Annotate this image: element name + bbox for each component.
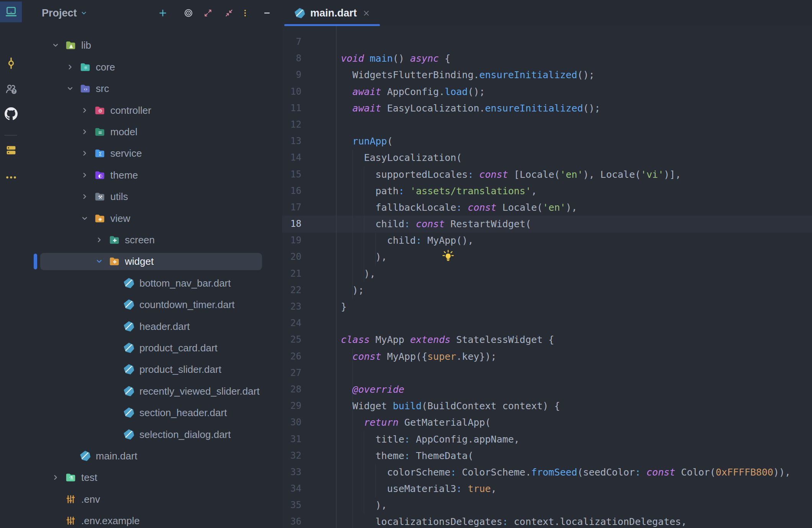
line-number[interactable]: 9 bbox=[282, 67, 301, 83]
folder-lib-icon: ▲ bbox=[65, 40, 76, 51]
line-number[interactable]: 10 bbox=[282, 84, 301, 100]
line-number[interactable]: 20 bbox=[282, 249, 301, 265]
tree-item-widget[interactable]: ❖widget bbox=[22, 251, 282, 272]
activity-divider bbox=[4, 135, 17, 136]
tree-item-header-dart[interactable]: header.dart bbox=[22, 315, 282, 337]
svg-text:⚛: ⚛ bbox=[83, 65, 88, 71]
chevron-right-icon[interactable] bbox=[80, 106, 89, 115]
database-toolwindow-button[interactable] bbox=[0, 141, 22, 160]
line-number[interactable]: 27 bbox=[282, 365, 301, 381]
chevron-down-icon[interactable] bbox=[80, 214, 89, 223]
line-number[interactable]: 14 bbox=[282, 149, 301, 166]
code-line-22: 22 ); bbox=[282, 282, 812, 298]
tree-item-countdown-timer-dart[interactable]: countdown_timer.dart bbox=[22, 294, 282, 316]
line-number[interactable]: 17 bbox=[282, 199, 301, 216]
tree-item-label: screen bbox=[125, 234, 155, 246]
line-number[interactable]: 18 bbox=[282, 216, 301, 232]
tree-item-label: model bbox=[110, 126, 138, 138]
line-number[interactable]: 28 bbox=[282, 381, 301, 398]
tree-item-label: product_card.dart bbox=[139, 342, 218, 354]
tree-item-utils[interactable]: ⚒utils bbox=[22, 186, 282, 208]
line-number[interactable]: 21 bbox=[282, 266, 301, 282]
tree-item-view[interactable]: ◈view bbox=[22, 207, 282, 229]
github-icon bbox=[5, 107, 18, 120]
env-file-icon bbox=[65, 515, 76, 526]
line-number[interactable]: 25 bbox=[282, 331, 301, 348]
code-editor-text[interactable]: 78void main() async {9 WidgetsFlutterBin… bbox=[282, 34, 812, 528]
chevron-right-icon[interactable] bbox=[80, 192, 89, 201]
tree-item--env[interactable]: .env bbox=[22, 488, 282, 510]
github-button[interactable] bbox=[0, 104, 22, 123]
line-number[interactable]: 31 bbox=[282, 431, 301, 448]
folder-utils-icon: ⚒ bbox=[94, 191, 105, 202]
tree-item-controller[interactable]: ⚙controller bbox=[22, 99, 282, 121]
code-line-20: 20 ), bbox=[282, 249, 812, 265]
tree-item-label: countdown_timer.dart bbox=[139, 299, 235, 311]
close-icon[interactable] bbox=[362, 9, 371, 18]
tree-item-label: bottom_nav_bar.dart bbox=[139, 277, 231, 289]
tree-item-model[interactable]: ≡model bbox=[22, 121, 282, 143]
tree-item-product-card-dart[interactable]: product_card.dart bbox=[22, 337, 282, 359]
tree-item-label: view bbox=[110, 212, 130, 224]
tab-main-dart[interactable]: main.dart bbox=[284, 0, 380, 26]
chevron-down-icon[interactable] bbox=[51, 41, 60, 49]
device-toolwindow-button[interactable] bbox=[0, 2, 22, 22]
chevron-down-icon[interactable] bbox=[95, 257, 103, 266]
selected-row-accent bbox=[34, 254, 37, 269]
tree-item--env-example[interactable]: .env.example bbox=[22, 510, 282, 528]
line-number[interactable]: 22 bbox=[282, 282, 301, 298]
line-number[interactable]: 24 bbox=[282, 315, 301, 331]
tree-item-bottom-nav-bar-dart[interactable]: bottom_nav_bar.dart bbox=[22, 272, 282, 294]
code-line-15: 15 supportedLocales: const [Locale('en')… bbox=[282, 166, 812, 183]
code-line-30: 30 return GetMaterialApp( bbox=[282, 414, 812, 431]
tree-item-product-slider-dart[interactable]: product_slider.dart bbox=[22, 359, 282, 380]
tree-item-selection-dialog-dart[interactable]: selection_dialog.dart bbox=[22, 423, 282, 445]
editor-area[interactable]: main.dart 78void main() async {9 Widgets… bbox=[282, 0, 812, 528]
commit-toolwindow-button[interactable] bbox=[0, 54, 22, 73]
line-number[interactable]: 35 bbox=[282, 497, 301, 513]
tree-item-recently-viewed-slider-dart[interactable]: recently_viewed_slider.dart bbox=[22, 380, 282, 402]
chevron-right-icon[interactable] bbox=[66, 63, 74, 71]
line-number[interactable]: 15 bbox=[282, 166, 301, 183]
line-number[interactable]: 30 bbox=[282, 414, 301, 431]
line-number[interactable]: 7 bbox=[282, 34, 301, 50]
tree-item-screen[interactable]: ✚screen bbox=[22, 229, 282, 251]
chevron-right-icon[interactable] bbox=[95, 236, 103, 244]
code-line-11: 11 await EasyLocalization.ensureInitiali… bbox=[282, 100, 812, 116]
line-number[interactable]: 32 bbox=[282, 448, 301, 464]
line-number[interactable]: 34 bbox=[282, 480, 301, 497]
svg-text:◈: ◈ bbox=[98, 216, 102, 222]
folder-model-icon: ≡ bbox=[94, 126, 105, 137]
more-toolwindows-button[interactable] bbox=[0, 168, 22, 187]
tree-item-main-dart[interactable]: main.dart bbox=[22, 445, 282, 467]
tree-item-src[interactable]: ‹›src bbox=[22, 78, 282, 100]
line-number[interactable]: 36 bbox=[282, 513, 301, 528]
tree-item-label: .env.example bbox=[81, 515, 140, 527]
code-with-me-button[interactable]: ? bbox=[0, 79, 22, 98]
tree-item-section-header-dart[interactable]: section_header.dart bbox=[22, 402, 282, 424]
line-number[interactable]: 8 bbox=[282, 50, 301, 67]
chevron-down-icon[interactable] bbox=[66, 84, 74, 93]
tree-item-service[interactable]: Σservice bbox=[22, 143, 282, 164]
tree-item-test[interactable]: ⚗test bbox=[22, 467, 282, 489]
line-number[interactable]: 16 bbox=[282, 183, 301, 199]
dart-file-icon bbox=[123, 385, 134, 397]
line-number[interactable]: 13 bbox=[282, 133, 301, 149]
tree-item-lib[interactable]: ▲lib bbox=[22, 34, 282, 56]
line-number[interactable]: 11 bbox=[282, 100, 301, 116]
chevron-right-icon[interactable] bbox=[80, 128, 89, 136]
line-number[interactable]: 12 bbox=[282, 116, 301, 133]
chevron-right-icon[interactable] bbox=[80, 171, 89, 179]
chevron-right-icon[interactable] bbox=[51, 473, 60, 482]
chevron-right-icon[interactable] bbox=[80, 149, 89, 157]
line-number[interactable]: 29 bbox=[282, 398, 301, 414]
intention-lightbulb-icon[interactable] bbox=[440, 248, 456, 264]
line-number[interactable]: 26 bbox=[282, 348, 301, 365]
tree-item-theme[interactable]: ◐theme bbox=[22, 164, 282, 186]
line-number[interactable]: 33 bbox=[282, 464, 301, 480]
tree-item-core[interactable]: ⚛core bbox=[22, 56, 282, 78]
line-number[interactable]: 19 bbox=[282, 232, 301, 249]
laptop-icon bbox=[4, 5, 18, 19]
folder-service-icon: Σ bbox=[94, 148, 105, 159]
line-number[interactable]: 23 bbox=[282, 298, 301, 315]
